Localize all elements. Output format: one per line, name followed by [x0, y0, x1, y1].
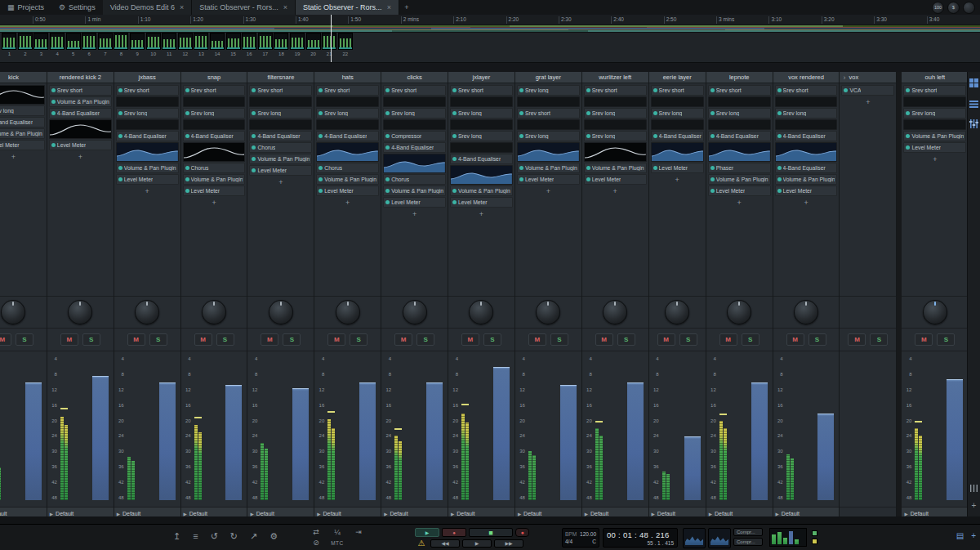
plugin-enabled-dot[interactable] — [185, 88, 189, 92]
mute-button[interactable]: M — [848, 333, 866, 346]
document-tab[interactable]: Video Demos Edit 6× — [103, 0, 193, 15]
solo-button[interactable]: S — [617, 333, 635, 346]
track-thumbnail[interactable]: 10 — [145, 33, 161, 62]
solo-button[interactable]: S — [679, 333, 697, 346]
plugin-thumbnail[interactable] — [517, 96, 580, 107]
plugin-slot[interactable]: Volume & Pan Plugin — [116, 163, 179, 173]
solo-button[interactable]: S — [550, 333, 568, 346]
plugin-slot[interactable]: 4-Band Equaliser — [708, 131, 771, 141]
plugin-enabled-dot[interactable] — [385, 200, 390, 204]
add-plugin-button[interactable]: + — [49, 151, 112, 162]
new-tab-button[interactable]: + — [399, 0, 414, 15]
solo-button[interactable]: S — [416, 333, 434, 346]
plugin-slot[interactable]: Level Meter — [903, 142, 966, 153]
track-name[interactable]: rendered kick 2 — [47, 72, 114, 83]
plugin-enabled-dot[interactable] — [519, 177, 523, 181]
plugin-slot[interactable]: Srev long — [183, 108, 246, 118]
volume-fader-bar[interactable] — [292, 388, 309, 500]
plugin-thumbnail[interactable] — [0, 85, 45, 105]
track-thumbnail[interactable]: 5 — [65, 33, 81, 62]
plugin-enabled-dot[interactable] — [586, 111, 590, 115]
track-name[interactable]: snap — [181, 72, 247, 83]
plugin-enabled-dot[interactable] — [777, 111, 782, 115]
fader-preset[interactable]: ▶Default — [314, 507, 381, 516]
status-knob-badge[interactable]: $ — [947, 2, 960, 14]
plugin-thumbnail[interactable] — [316, 96, 379, 107]
track-thumbnail[interactable]: 11 — [162, 33, 177, 62]
plugin-enabled-dot[interactable] — [252, 157, 256, 161]
plugin-slot[interactable]: Volume & Pan Plugin — [183, 174, 246, 185]
fader-preset[interactable]: ▶Default — [902, 507, 967, 516]
pan-knob[interactable] — [1, 300, 25, 324]
plugin-thumbnail[interactable] — [708, 142, 771, 162]
mute-button[interactable]: M — [327, 333, 345, 346]
plugin-enabled-dot[interactable] — [252, 134, 256, 138]
plugin-slot[interactable]: 4-Band Equaliser — [316, 131, 379, 141]
plugin-slot[interactable]: Volume & Pan Plugin — [249, 154, 312, 164]
pan-knob[interactable] — [469, 300, 493, 324]
plugin-enabled-dot[interactable] — [118, 88, 122, 92]
plugin-slot[interactable]: Volume & Pan Plugin — [450, 186, 513, 196]
settings-button[interactable]: ⚙ Settings — [51, 0, 103, 15]
pan-knob[interactable] — [403, 300, 427, 324]
solo-button[interactable]: S — [149, 333, 167, 346]
plugin-enabled-dot[interactable] — [318, 166, 323, 170]
plugin-slot[interactable]: Srev long — [249, 108, 312, 118]
plugin-slot[interactable]: Level Meter — [116, 174, 179, 185]
solo-button[interactable]: S — [283, 333, 301, 346]
pan-knob[interactable] — [269, 300, 293, 324]
fader-preset[interactable]: ▶Default — [448, 507, 514, 516]
plugin-slot[interactable]: Srev long — [316, 108, 379, 118]
plugin-enabled-dot[interactable] — [906, 88, 910, 92]
mtc-label[interactable]: MTC — [331, 540, 344, 546]
compressor-button[interactable]: Compr... — [733, 528, 763, 536]
plugin-enabled-dot[interactable] — [185, 189, 189, 193]
plugin-slot[interactable]: Srev short — [517, 108, 580, 118]
plugin-enabled-dot[interactable] — [586, 134, 590, 138]
plugin-enabled-dot[interactable] — [318, 189, 323, 193]
plugin-enabled-dot[interactable] — [51, 88, 56, 92]
plugin-enabled-dot[interactable] — [777, 166, 782, 170]
plugin-enabled-dot[interactable] — [452, 134, 457, 138]
plugin-slot[interactable]: Srev long — [584, 131, 647, 141]
track-thumbnail[interactable]: 8 — [114, 33, 129, 62]
plugin-enabled-dot[interactable] — [519, 111, 523, 115]
plugin-slot[interactable]: Level Meter — [383, 197, 446, 208]
track-thumbnail[interactable]: 15 — [225, 33, 241, 62]
pan-knob[interactable] — [68, 300, 92, 324]
add-plugin-button[interactable]: + — [903, 154, 966, 164]
plugin-slot[interactable]: Srev long — [450, 131, 513, 141]
track-thumbnail[interactable]: 3 — [33, 33, 49, 62]
plugin-slot[interactable]: 4-Band Equaliser — [651, 131, 704, 141]
share-icon[interactable]: ↗ — [250, 531, 257, 542]
plugin-enabled-dot[interactable] — [519, 88, 523, 92]
mute-button[interactable]: M — [461, 333, 479, 346]
add-plugin-button[interactable]: + — [316, 197, 379, 208]
plugin-enabled-dot[interactable] — [51, 100, 56, 104]
plugin-thumbnail[interactable] — [49, 119, 112, 139]
mute-button[interactable]: M — [127, 333, 145, 346]
plugin-thumbnail[interactable] — [383, 119, 446, 130]
plugin-slot[interactable]: Level Meter — [584, 174, 647, 185]
plugin-enabled-dot[interactable] — [385, 177, 390, 181]
fader-preset[interactable] — [840, 507, 896, 516]
plugin-enabled-dot[interactable] — [185, 134, 189, 138]
add-plugin-button[interactable]: + — [584, 186, 647, 196]
plugin-enabled-dot[interactable] — [118, 111, 122, 115]
auto-play-button[interactable]: ▶ — [415, 528, 439, 537]
plugin-enabled-dot[interactable] — [710, 177, 715, 181]
plugin-enabled-dot[interactable] — [906, 111, 910, 115]
clip-preview[interactable] — [683, 528, 706, 548]
plugin-slot[interactable]: Volume & Pan Plugin — [775, 174, 838, 185]
pan-knob[interactable] — [665, 300, 689, 324]
plugin-enabled-dot[interactable] — [252, 88, 256, 92]
plugin-slot[interactable]: Srev short — [651, 85, 704, 96]
plugin-slot[interactable]: Srev long — [517, 85, 580, 96]
plugin-enabled-dot[interactable] — [385, 145, 390, 150]
pan-knob[interactable] — [923, 300, 947, 324]
plugin-slot[interactable]: 4-Band Equaliser — [450, 154, 513, 164]
quantise-icon[interactable]: ¼ — [334, 528, 341, 536]
plugin-enabled-dot[interactable] — [452, 157, 457, 161]
plugin-enabled-dot[interactable] — [906, 145, 910, 150]
plugin-slot[interactable]: 4-Band Equaliser — [116, 131, 179, 141]
